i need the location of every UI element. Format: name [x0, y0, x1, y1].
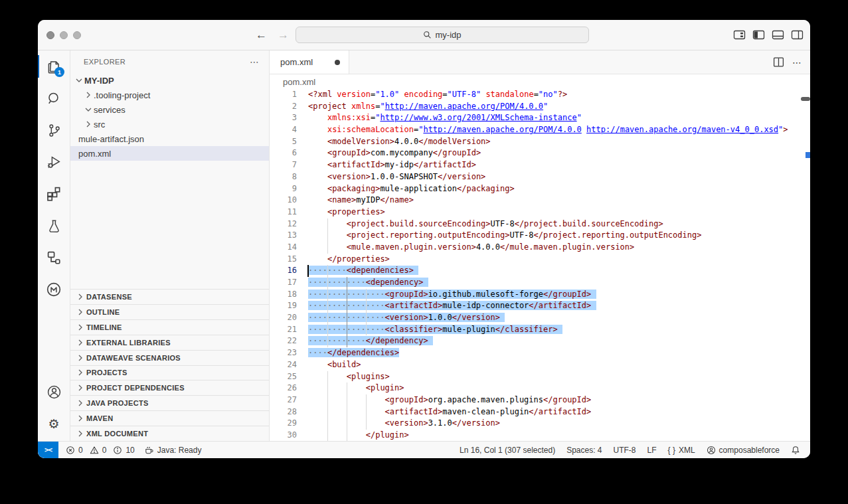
sidebar-item-pom-xml[interactable]: pom.xml [70, 146, 269, 161]
selected-text: ············<dependency> [308, 278, 428, 287]
panel-xml-document[interactable]: XML DOCUMENT [70, 426, 269, 441]
code-line-27[interactable]: 27 <groupId>org.apache.maven.plugins</gr… [270, 394, 810, 406]
chevron-right-icon [75, 367, 86, 378]
code-line-30[interactable]: 30 </plugin> [270, 430, 810, 441]
code-line-29[interactable]: 29 <version>3.1.0</version> [270, 418, 810, 430]
code-line-12[interactable]: 12 <project.build.sourceEncoding>UTF-8</… [270, 218, 810, 230]
code-line-26[interactable]: 26 <plugin> [270, 382, 810, 394]
code-line-2[interactable]: 2<project xmlns="http://maven.apache.org… [270, 101, 810, 113]
code-line-28[interactable]: 28 <artifactId>maven-clean-plugin</artif… [270, 406, 810, 418]
sidebar-item-my-idp[interactable]: MY-IDP [70, 73, 269, 88]
extensions-view-button[interactable] [38, 178, 70, 210]
bell-icon[interactable] [791, 446, 800, 455]
tab-bar: pom.xml ⋯ [270, 50, 810, 74]
file-tree: MY-IDP.tooling-projectservicessrcmule-ar… [70, 73, 269, 161]
line-number: 10 [270, 195, 297, 207]
panel-datasense[interactable]: DATASENSE [70, 289, 269, 304]
selected-text: ····</dependencies> [308, 348, 399, 357]
code-line-24[interactable]: 24 <build> [270, 359, 810, 371]
breadcrumb[interactable]: pom.xml [270, 74, 810, 89]
line-number: 29 [270, 418, 297, 430]
source-control-icon [46, 122, 62, 139]
scrollbar-thumb[interactable] [801, 97, 810, 101]
testing-view-button[interactable] [38, 210, 70, 242]
chevron-right-icon [83, 119, 94, 129]
sidebar-item-mule-artifact-json[interactable]: mule-artifact.json [70, 131, 269, 146]
run-debug-view-button[interactable] [38, 146, 70, 178]
modified-dot-icon[interactable] [335, 60, 340, 65]
panel-external-libraries[interactable]: EXTERNAL LIBRARIES [70, 335, 269, 350]
java-status[interactable]: Java: Ready [144, 445, 202, 455]
code-line-1[interactable]: 1<?xml version="1.0" encoding="UTF-8" st… [270, 89, 810, 101]
code-line-19[interactable]: 19················<artifactId>mule-idp-c… [270, 300, 810, 312]
eol-status[interactable]: LF [647, 446, 657, 455]
back-arrow-icon[interactable]: ← [256, 29, 267, 42]
code-line-21[interactable]: 21················<classifier>mule-plugi… [270, 324, 810, 336]
code-line-16[interactable]: 16········<dependencies> [270, 265, 810, 277]
toggle-panel-icon[interactable] [772, 29, 784, 41]
panel-dataweave-scenarios[interactable]: DATAWEAVE SCENARIOS [70, 350, 269, 365]
sidebar-item-src[interactable]: src [70, 117, 269, 131]
panel-timeline[interactable]: TIMELINE [70, 319, 269, 335]
split-editor-icon[interactable] [773, 56, 784, 68]
code-line-4[interactable]: 4 xsi:schemaLocation="http://maven.apach… [270, 124, 810, 136]
indentation-status[interactable]: Spaces: 4 [566, 446, 602, 455]
code-line-6[interactable]: 6 <groupId>com.mycompany</groupId> [270, 147, 810, 159]
command-center-search[interactable]: my-idp [296, 27, 589, 43]
code-line-25[interactable]: 25 <plugins> [270, 371, 810, 383]
minimize-window-button[interactable] [60, 31, 68, 39]
code-line-10[interactable]: 10 <name>myIDP</name> [270, 195, 810, 207]
chevron-right-icon [75, 382, 86, 393]
panel-java-projects[interactable]: JAVA PROJECTS [70, 395, 269, 410]
account-name: composableforce [719, 446, 780, 455]
account-status[interactable]: composableforce [707, 446, 780, 455]
code-line-22[interactable]: 22············</dependency> [270, 335, 810, 347]
breadcrumb-item[interactable]: pom.xml [283, 77, 315, 87]
panel-outline[interactable]: OUTLINE [70, 304, 269, 319]
mulesoft-view-button[interactable] [38, 274, 70, 305]
toggle-primary-sidebar-icon[interactable] [752, 29, 765, 41]
line-number: 18 [270, 289, 297, 301]
code-line-13[interactable]: 13 <project.reporting.outputEncoding>UTF… [270, 230, 810, 242]
code-line-9[interactable]: 9 <packaging>mule-application</packaging… [270, 183, 810, 195]
accounts-button[interactable] [38, 376, 70, 408]
code-line-3[interactable]: 3 xmlns:xsi="http://www.w3.org/2001/XMLS… [270, 112, 810, 124]
panel-project-dependencies[interactable]: PROJECT DEPENDENCIES [70, 380, 269, 395]
cursor-position-status[interactable]: Ln 16, Col 1 (307 selected) [460, 446, 555, 455]
code-line-7[interactable]: 7 <artifactId>my-idp</artifactId> [270, 159, 810, 171]
sidebar-item-services[interactable]: services [70, 102, 269, 117]
code-editor[interactable]: 1<?xml version="1.0" encoding="UTF-8" st… [270, 89, 810, 441]
sidebar-item-tooling-project[interactable]: .tooling-project [70, 88, 269, 102]
panel-maven[interactable]: MAVEN [70, 410, 269, 426]
account-icon [46, 384, 62, 400]
encoding-status[interactable]: UTF-8 [614, 446, 636, 455]
code-line-20[interactable]: 20················<version>1.0.0</versio… [270, 312, 810, 324]
code-line-18[interactable]: 18················<groupId>io.github.mul… [270, 289, 810, 301]
code-line-11[interactable]: 11 <properties> [270, 207, 810, 218]
forward-arrow-icon[interactable]: → [278, 29, 289, 42]
close-window-button[interactable] [46, 31, 54, 39]
hierarchy-view-button[interactable] [38, 242, 70, 274]
problems-status[interactable]: 0 0 10 [66, 446, 135, 455]
code-line-14[interactable]: 14 <mule.maven.plugin.version>4.0.0</mul… [270, 242, 810, 254]
code-line-15[interactable]: 15 </properties> [270, 254, 810, 266]
search-view-button[interactable] [38, 82, 70, 114]
settings-button[interactable]: ⚙ [38, 408, 70, 440]
explorer-more-actions-icon[interactable]: ⋯ [250, 56, 260, 67]
tab-pom-xml[interactable]: pom.xml [270, 50, 349, 74]
line-number: 12 [270, 218, 297, 230]
editor-more-actions-icon[interactable]: ⋯ [792, 57, 802, 68]
toggle-secondary-sidebar-icon[interactable] [791, 29, 804, 41]
customize-layout-icon[interactable] [733, 29, 746, 41]
info-count: 10 [126, 446, 134, 455]
maximize-window-button[interactable] [73, 31, 81, 39]
source-control-view-button[interactable] [38, 114, 70, 146]
code-line-17[interactable]: 17············<dependency> [270, 277, 810, 289]
code-line-5[interactable]: 5 <modelVersion>4.0.0</modelVersion> [270, 136, 810, 148]
remote-indicator[interactable]: >< [38, 442, 58, 458]
language-mode-status[interactable]: { }XML [668, 446, 695, 455]
code-line-23[interactable]: 23····</dependencies> [270, 347, 810, 359]
panel-projects[interactable]: PROJECTS [70, 365, 269, 380]
code-line-8[interactable]: 8 <version>1.0.0-SNAPSHOT</version> [270, 171, 810, 183]
explorer-view-button[interactable]: 1 [38, 50, 70, 82]
